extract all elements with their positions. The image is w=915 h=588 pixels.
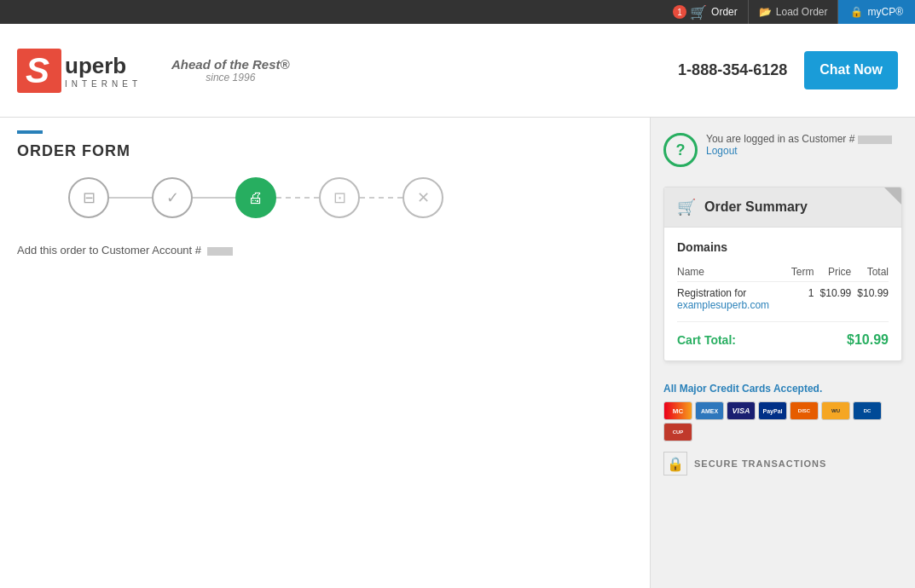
load-order-label: Load Order bbox=[776, 6, 828, 18]
logo: S uperb INTERNET bbox=[17, 49, 142, 93]
logged-in-text: You are logged in as Customer # bbox=[706, 133, 892, 145]
left-content: ORDER FORM ⊟ ✓ 🖨 ⊡ ✕ Add thi bbox=[0, 118, 651, 588]
secure-row: 🔒 SECURE TRANSACTIONS bbox=[663, 452, 902, 476]
step-1: ⊟ bbox=[68, 177, 109, 218]
login-info: ? You are logged in as Customer # Logout bbox=[663, 126, 902, 174]
order-summary-box: 🛒 Order Summary Domains Name Term Price … bbox=[663, 187, 902, 361]
cart-icon-summary: 🛒 bbox=[677, 198, 696, 216]
item-name: Registration for examplesuperb.com bbox=[677, 282, 787, 314]
step-3: 🖨 bbox=[235, 177, 276, 218]
logo-text: uperb INTERNET bbox=[65, 53, 142, 89]
step-line-2 bbox=[193, 197, 235, 199]
progress-steps: ⊟ ✓ 🖨 ⊡ ✕ bbox=[68, 177, 633, 218]
logo-s-letter: S bbox=[17, 49, 61, 93]
payment-section: All Major Credit Cards Accepted. MC AMEX… bbox=[663, 374, 902, 476]
col-price: Price bbox=[814, 262, 852, 282]
logo-internet: INTERNET bbox=[65, 79, 142, 89]
step-dashed-1 bbox=[276, 197, 319, 199]
order-label: Order bbox=[711, 6, 738, 18]
step-4: ⊡ bbox=[319, 177, 360, 218]
mycp-label: myCP® bbox=[867, 6, 903, 18]
step-3-icon: 🖨 bbox=[248, 189, 263, 207]
step-4-icon: ⊡ bbox=[333, 188, 346, 207]
step-1-icon: ⊟ bbox=[83, 188, 96, 207]
add-order-text: Add this order to Customer Account # bbox=[17, 244, 633, 257]
payment-icon-paypal: PayPal bbox=[758, 401, 787, 420]
item-total: $10.99 bbox=[851, 282, 889, 314]
order-summary-body: Domains Name Term Price Total Re bbox=[664, 228, 901, 360]
header: S uperb INTERNET Ahead of the Rest® sinc… bbox=[0, 24, 915, 118]
top-bar: 1 🛒 Order 📂 Load Order 🔒 myCP® bbox=[0, 0, 915, 24]
main-area: ORDER FORM ⊟ ✓ 🖨 ⊡ ✕ Add thi bbox=[0, 118, 915, 588]
cart-total-label: Cart Total: bbox=[677, 333, 736, 347]
tagline-line1: Ahead of the Rest® bbox=[171, 57, 290, 72]
order-badge: 1 bbox=[673, 5, 686, 19]
order-summary-title: Order Summary bbox=[704, 199, 808, 215]
col-total: Total bbox=[851, 262, 889, 282]
payment-icon-unionpay: CUP bbox=[663, 423, 692, 441]
header-right: 1-888-354-6128 Chat Now bbox=[678, 51, 898, 89]
col-name: Name bbox=[677, 262, 787, 282]
cart-total-row: Cart Total: $10.99 bbox=[677, 321, 889, 348]
payment-icon-mc: MC bbox=[663, 401, 692, 420]
secure-text: SECURE TRANSACTIONS bbox=[694, 458, 826, 469]
step-dashed-2 bbox=[360, 197, 402, 199]
corner-fold bbox=[884, 187, 901, 205]
item-name-line1: Registration for bbox=[677, 287, 746, 299]
step-line-1 bbox=[109, 197, 152, 199]
item-term: 1 bbox=[787, 282, 814, 314]
order-count-item[interactable]: 1 🛒 Order bbox=[663, 0, 749, 24]
add-order-prefix: Add this order to Customer Account # bbox=[17, 244, 201, 257]
payment-icon-amex: AMEX bbox=[695, 401, 724, 420]
step-2: ✓ bbox=[152, 177, 193, 218]
logout-link[interactable]: Logout bbox=[706, 145, 892, 157]
chat-now-button[interactable]: Chat Now bbox=[804, 51, 898, 89]
mycp-item[interactable]: 🔒 myCP® bbox=[838, 0, 915, 24]
lock-icon-box: 🔒 bbox=[663, 452, 687, 476]
col-term: Term bbox=[787, 262, 814, 282]
cart-total-amount: $10.99 bbox=[847, 332, 889, 348]
item-price: $10.99 bbox=[814, 282, 852, 314]
lock-icon: 🔒 bbox=[850, 6, 863, 18]
payment-text: All Major Credit Cards Accepted. bbox=[663, 383, 902, 395]
step-5: ✕ bbox=[402, 177, 443, 218]
domains-title: Domains bbox=[677, 240, 889, 254]
order-table: Name Term Price Total Registration for e… bbox=[677, 262, 889, 313]
customer-num-mask-sidebar bbox=[858, 135, 892, 144]
help-icon: ? bbox=[663, 133, 698, 167]
right-sidebar: ? You are logged in as Customer # Logout… bbox=[651, 118, 915, 588]
step-2-icon: ✓ bbox=[166, 188, 179, 207]
page-title: ORDER FORM bbox=[17, 142, 633, 160]
step-5-icon: ✕ bbox=[417, 188, 430, 207]
customer-number-masked bbox=[207, 247, 233, 256]
tagline-line2: since 1996 bbox=[171, 72, 290, 84]
cart-icon: 🛒 bbox=[690, 4, 707, 20]
login-text-area: You are logged in as Customer # Logout bbox=[706, 133, 892, 157]
payment-icons: MC AMEX VISA PayPal DISC WU DC CUP bbox=[663, 401, 902, 441]
logo-area: S uperb INTERNET Ahead of the Rest® sinc… bbox=[17, 49, 290, 93]
item-domain-link[interactable]: examplesuperb.com bbox=[677, 299, 769, 311]
order-summary-header: 🛒 Order Summary bbox=[664, 187, 901, 228]
load-order-icon: 📂 bbox=[759, 6, 772, 18]
table-row: Registration for examplesuperb.com 1 $10… bbox=[677, 282, 889, 314]
logo-tagline: Ahead of the Rest® since 1996 bbox=[171, 57, 290, 84]
phone-number: 1-888-354-6128 bbox=[678, 61, 787, 79]
payment-icon-wu: WU bbox=[821, 401, 850, 420]
payment-icon-dinersclub: DC bbox=[853, 401, 882, 420]
blue-accent-bar bbox=[17, 130, 43, 134]
payment-icon-visa: VISA bbox=[727, 401, 756, 420]
load-order-item[interactable]: 📂 Load Order bbox=[749, 0, 839, 24]
payment-icon-discover: DISC bbox=[790, 401, 819, 420]
logo-brand: uperb bbox=[65, 53, 126, 78]
